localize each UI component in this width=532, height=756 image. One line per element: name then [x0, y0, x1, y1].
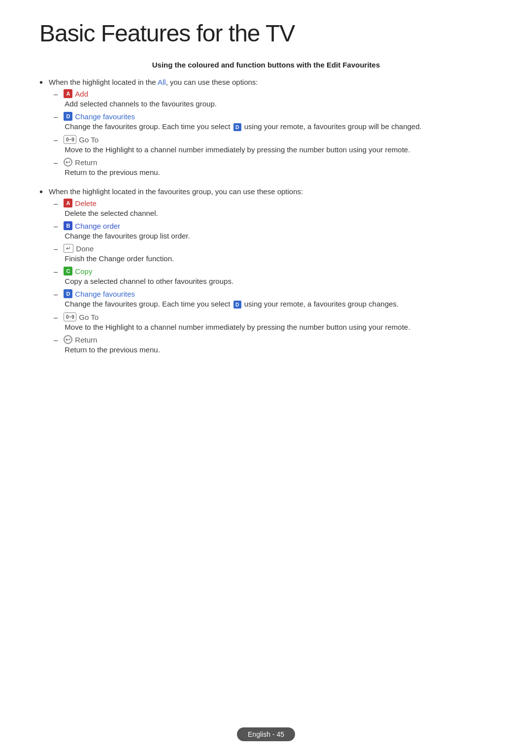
item-label: Change order [75, 222, 120, 230]
item-desc: Delete the selected channel. [65, 209, 493, 217]
sub-item-label: 0~9 Go To [64, 312, 493, 321]
sub-item-content: ↩ Return Return to the previous menu. [64, 335, 493, 354]
badge-09: 0~9 [64, 135, 76, 144]
item-desc: Change the favourites group list order. [65, 232, 493, 240]
dash: – [54, 267, 58, 275]
badge-09: 0~9 [64, 312, 76, 321]
badge-a: A [64, 89, 72, 98]
dash: – [54, 290, 58, 298]
badge-a: A [64, 199, 72, 207]
sub-item-content: 0~9 Go To Move to the Highlight to a cha… [64, 312, 493, 331]
badge-b: B [64, 221, 72, 230]
item-desc: Copy a selected channel to other favouri… [65, 277, 493, 285]
badge-return: ↩ [64, 335, 72, 344]
item-desc: Finish the Change order function. [65, 254, 493, 263]
list-item: – C Copy Copy a selected channel to othe… [49, 267, 493, 285]
inline-d-badge: D [233, 301, 241, 309]
all-highlight: All [158, 78, 166, 86]
bullet-item-1: • When the highlight located in the All,… [39, 78, 493, 180]
bullet-intro-2: When the highlight located in the favour… [49, 187, 493, 196]
list-item: – A Delete Delete the selected channel. [49, 199, 493, 217]
item-desc: Return to the previous menu. [65, 345, 493, 354]
badge-return: ↩ [64, 158, 72, 167]
sub-item-label: ↩ Return [64, 158, 493, 167]
dash: – [54, 199, 58, 207]
sub-list-2: – A Delete Delete the selected channel. … [49, 199, 493, 354]
list-item: – ↵ Done Finish the Change order functio… [49, 244, 493, 263]
inline-d-badge: D [233, 123, 241, 131]
badge-d: D [64, 289, 72, 298]
badge-d: D [64, 112, 72, 121]
sub-item-content: D Change favourites Change the favourite… [64, 112, 493, 131]
list-item: – 0~9 Go To Move to the Highlight to a c… [49, 135, 493, 154]
badge-c: C [64, 267, 72, 275]
list-item: – D Change favourites Change the favouri… [49, 112, 493, 131]
sub-item-label: ↵ Done [64, 244, 493, 253]
sub-item-content: ↩ Return Return to the previous menu. [64, 158, 493, 176]
item-desc: Return to the previous menu. [65, 168, 493, 176]
dash: – [54, 158, 58, 167]
sub-item-content: B Change order Change the favourites gro… [64, 221, 493, 240]
main-bullet-list: • When the highlight located in the All,… [39, 78, 493, 358]
dash: – [54, 313, 58, 321]
sub-item-label: 0~9 Go To [64, 135, 493, 144]
dash: – [54, 244, 58, 253]
badge-done: ↵ [64, 244, 73, 253]
list-item: – B Change order Change the favourites g… [49, 221, 493, 240]
page-title: Basic Features for the TV [39, 20, 493, 47]
sub-list-1: – A Add Add selected channels to the fav… [49, 89, 493, 176]
dash: – [54, 222, 58, 230]
dash: – [54, 112, 58, 121]
item-label: Done [76, 244, 94, 253]
list-item: – A Add Add selected channels to the fav… [49, 89, 493, 108]
dash: – [54, 136, 58, 144]
list-item: – ↩ Return Return to the previous menu. [49, 158, 493, 176]
sub-item-content: C Copy Copy a selected channel to other … [64, 267, 493, 285]
item-label: Change favourites [75, 112, 135, 121]
list-item: – D Change favourites Change the favouri… [49, 289, 493, 309]
item-label: Copy [75, 267, 92, 275]
sub-item-label: A Add [64, 89, 493, 98]
list-item: – ↩ Return Return to the previous menu. [49, 335, 493, 354]
dash: – [54, 336, 58, 344]
page-footer: English - 45 [0, 727, 532, 741]
list-item: – 0~9 Go To Move to the Highlight to a c… [49, 312, 493, 331]
bullet-content-1: When the highlight located in the All, y… [49, 78, 493, 180]
item-desc: Change the favourites group. Each time y… [65, 122, 493, 131]
item-label: Add [75, 90, 88, 98]
item-label: Go To [79, 313, 99, 321]
sub-item-label: A Delete [64, 199, 493, 207]
sub-item-label: ↩ Return [64, 335, 493, 344]
sub-item-label: B Change order [64, 221, 493, 230]
bullet-item-2: • When the highlight located in the favo… [39, 187, 493, 358]
sub-item-content: ↵ Done Finish the Change order function. [64, 244, 493, 263]
bullet-content-2: When the highlight located in the favour… [49, 187, 493, 358]
item-label: Delete [75, 199, 96, 207]
item-label: Return [75, 336, 97, 344]
item-desc: Move to the Highlight to a channel numbe… [65, 145, 493, 154]
bullet-dot-1: • [39, 77, 43, 88]
sub-item-content: A Add Add selected channels to the favou… [64, 89, 493, 108]
bullet-intro-1: When the highlight located in the All, y… [49, 78, 493, 86]
section-heading: Using the coloured and function buttons … [39, 61, 493, 69]
item-label: Return [75, 158, 97, 167]
sub-item-content: A Delete Delete the selected channel. [64, 199, 493, 217]
item-label: Go To [79, 136, 99, 144]
sub-item-label: D Change favourites [64, 112, 493, 121]
page-content: Basic Features for the TV Using the colo… [0, 0, 532, 412]
item-desc: Change the favourites group. Each time y… [65, 300, 493, 309]
dash: – [54, 90, 58, 98]
item-label: Change favourites [75, 290, 135, 298]
sub-item-label: D Change favourites [64, 289, 493, 298]
bullet-dot-2: • [39, 186, 43, 198]
sub-item-content: D Change favourites Change the favourite… [64, 289, 493, 309]
footer-badge: English - 45 [237, 727, 295, 741]
item-desc: Add selected channels to the favourites … [65, 100, 493, 108]
sub-item-content: 0~9 Go To Move to the Highlight to a cha… [64, 135, 493, 154]
sub-item-label: C Copy [64, 267, 493, 275]
item-desc: Move to the Highlight to a channel numbe… [65, 323, 493, 331]
